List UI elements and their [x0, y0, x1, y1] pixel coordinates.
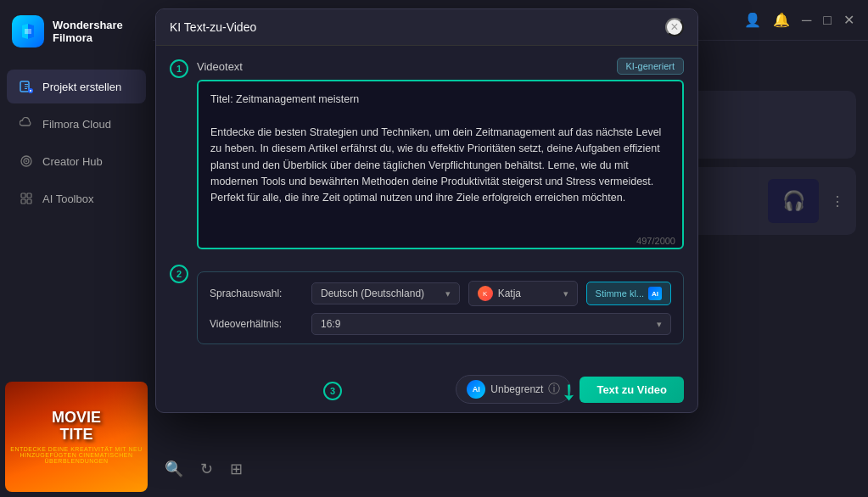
- step-2-circle: 2: [170, 265, 188, 283]
- modal-close-button[interactable]: ×: [665, 18, 684, 36]
- bell-icon[interactable]: 🔔: [773, 12, 790, 28]
- text-zu-video-button[interactable]: Text zu Video: [580, 377, 684, 403]
- ai-thumbnail: 🎧: [768, 179, 819, 223]
- video-text-section: Videotext KI-generiert 497/2000: [197, 58, 684, 253]
- sprachauswahl-label: Sprachauswahl:: [210, 288, 303, 299]
- logo-icon: [12, 15, 44, 47]
- chevron-format-icon: ▾: [657, 319, 662, 330]
- sidebar-item-label: Creator Hub: [42, 155, 103, 168]
- movie-subtitle: ENTDECKE DEINE KREATIVITÄT MIT NEU HINZU…: [5, 446, 148, 464]
- svg-rect-6: [27, 193, 31, 198]
- sidebar-item-filmora-cloud[interactable]: Filmora Cloud: [7, 107, 146, 141]
- language-row: Sprachauswahl: Deutsch (Deutschland) ▾ K…: [210, 281, 671, 306]
- language-select[interactable]: Deutsch (Deutschland) ▾: [311, 282, 460, 304]
- minimize-icon[interactable]: ─: [802, 13, 811, 28]
- sidebar: Wondershare Filmora Projekt erstellen: [0, 0, 153, 497]
- add-project-icon: [19, 79, 34, 94]
- step-2-row: 2 Sprachauswahl: Deutsch (Deutschland) ▾…: [170, 263, 684, 344]
- top-bar-icons: 👤 🔔 ─ □ ✕: [744, 12, 854, 28]
- grid-icon[interactable]: ⊞: [230, 460, 243, 478]
- sidebar-bottom: MOVIE TITE ENTDECKE DEINE KREATIVITÄT MI…: [0, 377, 153, 497]
- chevron-voice-icon: ▾: [563, 288, 568, 299]
- cloud-icon: [19, 116, 34, 131]
- videoformat-label: Videoverhältnis:: [210, 318, 303, 330]
- target-icon: [19, 154, 34, 169]
- svg-rect-8: [27, 199, 31, 204]
- logo-area: Wondershare Filmora: [0, 0, 153, 59]
- videotext-textarea[interactable]: [197, 80, 684, 249]
- videotext-label: Videotext: [197, 60, 243, 73]
- close-window-icon[interactable]: ✕: [843, 12, 854, 28]
- videoformat-row: Videoverhältnis: 16:9 ▾: [210, 313, 671, 335]
- svg-rect-7: [21, 199, 25, 204]
- user-icon[interactable]: 👤: [744, 12, 761, 28]
- sidebar-nav: Projekt erstellen Filmora Cloud: [0, 68, 153, 217]
- modal-header: KI Text-zu-Video ×: [156, 9, 697, 46]
- voice-avatar: K: [478, 286, 493, 301]
- sidebar-item-label: AI Toolbox: [42, 193, 93, 205]
- step-1-circle: 1: [170, 59, 188, 78]
- videoformat-select[interactable]: 16:9 ▾: [311, 313, 671, 335]
- sidebar-item-creator-hub[interactable]: Creator Hub: [7, 144, 146, 178]
- search-icon[interactable]: 🔍: [165, 460, 183, 478]
- chevron-down-icon: ▾: [445, 288, 451, 299]
- char-count: 497/2000: [636, 236, 675, 246]
- modal-body: 1 Videotext KI-generiert 497/2000 2 Spra…: [156, 46, 697, 366]
- textarea-container: 497/2000: [197, 80, 684, 253]
- step-1-row: 1 Videotext KI-generiert 497/2000: [170, 58, 684, 253]
- svg-point-4: [25, 160, 27, 162]
- logo-text: Wondershare Filmora: [53, 19, 141, 44]
- ai-badge: AI: [648, 287, 662, 300]
- sidebar-item-label: Filmora Cloud: [42, 118, 111, 131]
- modal-title: KI Text-zu-Video: [170, 20, 256, 34]
- movie-title: MOVIE TITE: [52, 410, 101, 444]
- modal-footer: AI Unbegrenzt ⓘ Text zu Video: [156, 366, 697, 412]
- voice-select[interactable]: K Katja ▾: [468, 281, 578, 306]
- bottom-icon-row: 🔍 ↻ ⊞: [165, 453, 856, 485]
- ai-toolbox-icon: [19, 191, 34, 206]
- sidebar-item-label: Projekt erstellen: [42, 81, 121, 93]
- sidebar-item-ai-toolbox[interactable]: AI Toolbox: [7, 181, 146, 215]
- movie-poster-card: MOVIE TITE ENTDECKE DEINE KREATIVITÄT MI…: [5, 382, 148, 492]
- ki-modal: KI Text-zu-Video × 1 Videotext KI-generi…: [155, 8, 698, 413]
- video-text-header: Videotext KI-generiert: [197, 58, 684, 75]
- ki-generiert-button[interactable]: KI-generiert: [617, 58, 684, 75]
- refresh-icon[interactable]: ↻: [200, 460, 213, 478]
- unbegrenzt-badge: AI Unbegrenzt ⓘ: [456, 375, 571, 404]
- more-options-icon[interactable]: ⋮: [827, 190, 848, 213]
- svg-rect-5: [21, 193, 25, 198]
- sidebar-item-projekt-erstellen[interactable]: Projekt erstellen: [7, 70, 146, 103]
- step-3-circle: 3: [323, 382, 342, 400]
- ai-circle-icon: AI: [467, 380, 485, 399]
- maximize-icon[interactable]: □: [823, 13, 832, 28]
- stimme-button[interactable]: Stimme kl... AI: [586, 282, 671, 305]
- options-section: Sprachauswahl: Deutsch (Deutschland) ▾ K…: [197, 271, 684, 344]
